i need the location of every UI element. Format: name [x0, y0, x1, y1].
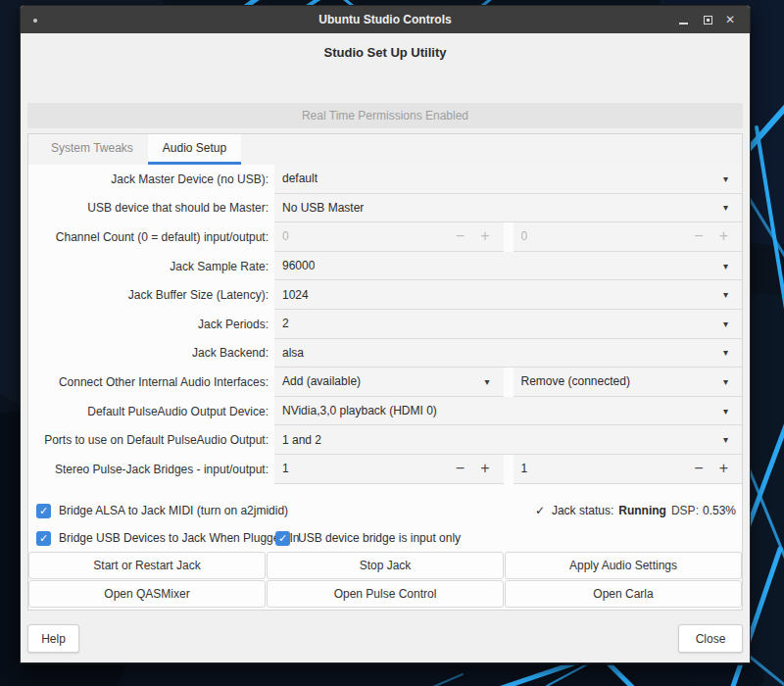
- minimize-button[interactable]: [673, 6, 693, 33]
- chevron-down-icon: ▾: [723, 202, 728, 213]
- jack-status-value: Running: [618, 504, 666, 517]
- field-label: Channel Count (0 = default) input/output…: [28, 222, 274, 252]
- jack-status: ✓ Jack status: Running DSP: 0.53%: [535, 497, 736, 524]
- checkbox-checked-icon: ✓: [36, 504, 51, 518]
- select-value: alsa: [282, 346, 304, 360]
- chevron-down-icon: ▾: [723, 376, 728, 387]
- field-label: Connect Other Internal Audio Interfaces:: [28, 368, 274, 397]
- increment-button[interactable]: +: [480, 461, 489, 476]
- minimize-icon: [679, 23, 688, 24]
- form-row: Connect Other Internal Audio Interfaces:…: [28, 368, 742, 397]
- form-row: Stereo Pulse-Jack Bridges - input/output…: [28, 455, 742, 484]
- checkbox-section: ✓ Bridge ALSA to Jack MIDI (turn on a2jm…: [28, 497, 742, 552]
- checkbox-checked-icon: ✓: [36, 531, 51, 546]
- decrement-button[interactable]: −: [456, 228, 465, 244]
- select-value: Add (available): [282, 374, 361, 388]
- remove-interface-select[interactable]: Remove (connected) ▾: [514, 368, 743, 397]
- chevron-down-icon: ▾: [723, 434, 728, 445]
- tab-system-tweaks[interactable]: System Tweaks: [36, 134, 148, 165]
- form-row: Jack Sample Rate: 96000 ▾: [28, 252, 742, 281]
- channel-count-output-spinner[interactable]: 0 − +: [514, 222, 743, 252]
- pulseaudio-output-device-select[interactable]: NVidia,3,0 playback (HDMI 0) ▾: [274, 397, 742, 426]
- field-label: Default PulseAudio Output Device:: [28, 397, 274, 426]
- chevron-down-icon: ▾: [723, 173, 728, 184]
- maximize-icon: [704, 16, 712, 24]
- field-label: USB device that should be Master:: [28, 194, 274, 223]
- usb-master-device-select[interactable]: No USB Master ▾: [274, 194, 742, 223]
- channel-count-input-spinner[interactable]: 0 − +: [274, 222, 504, 252]
- spinner-value: 0: [521, 229, 528, 243]
- spinner-value: 1: [521, 462, 528, 475]
- chevron-down-icon: ▾: [723, 347, 728, 358]
- form-row: Jack Buffer Size (Latency): 1024 ▾: [28, 280, 742, 310]
- maximize-button[interactable]: [698, 6, 717, 33]
- pulse-jack-bridges-output-spinner[interactable]: 1 − +: [514, 455, 743, 484]
- open-qasmixer-button[interactable]: Open QASMixer: [28, 580, 266, 608]
- dsp-value: 0.53%: [703, 504, 736, 517]
- increment-button[interactable]: +: [719, 461, 728, 476]
- select-value: 1024: [282, 288, 309, 302]
- increment-button[interactable]: +: [719, 228, 728, 244]
- action-button-grid: Start or Restart Jack Stop Jack Apply Au…: [28, 552, 742, 608]
- field-label: Stereo Pulse-Jack Bridges - input/output…: [28, 455, 274, 484]
- select-value: 1 and 2: [282, 433, 321, 447]
- apply-audio-settings-button[interactable]: Apply Audio Settings: [505, 552, 742, 579]
- chevron-down-icon: ▾: [723, 261, 728, 271]
- chevron-down-icon: ▾: [723, 289, 728, 300]
- field-label: Jack Sample Rate:: [28, 252, 274, 281]
- form-row: Jack Periods: 2 ▾: [28, 310, 742, 339]
- decrement-button[interactable]: −: [456, 461, 465, 476]
- checkbox-checked-icon: ✓: [275, 531, 290, 546]
- check-icon: ✓: [535, 504, 545, 517]
- jack-backend-select[interactable]: alsa ▾: [274, 339, 742, 368]
- chevron-down-icon: ▾: [484, 376, 489, 387]
- chevron-down-icon: ▾: [723, 318, 728, 329]
- jack-sample-rate-select[interactable]: 96000 ▾: [274, 252, 742, 281]
- add-interface-select[interactable]: Add (available) ▾: [274, 368, 504, 397]
- jack-buffer-size-select[interactable]: 1024 ▾: [274, 280, 742, 310]
- stop-jack-button[interactable]: Stop Jack: [267, 552, 504, 579]
- increment-button[interactable]: +: [480, 228, 489, 244]
- open-pulse-control-button[interactable]: Open Pulse Control: [267, 580, 504, 608]
- select-value: 96000: [282, 259, 315, 272]
- form-row: Channel Count (0 = default) input/output…: [28, 222, 742, 252]
- form-row: USB device that should be Master: No USB…: [28, 194, 742, 223]
- jack-periods-select[interactable]: 2 ▾: [274, 310, 742, 339]
- field-label: Jack Master Device (no USB):: [28, 165, 274, 194]
- close-button[interactable]: Close: [678, 624, 743, 653]
- chevron-down-icon: ▾: [723, 406, 728, 416]
- titlebar[interactable]: Ubuntu Studio Controls ✕: [21, 6, 750, 33]
- tab-audio-setup[interactable]: Audio Setup: [148, 134, 241, 165]
- jack-master-device-select[interactable]: default ▾: [274, 165, 742, 194]
- pulse-jack-bridges-input-spinner[interactable]: 1 − +: [274, 455, 504, 484]
- checkbox-usb-bridge-input-only[interactable]: ✓ USB device bridge is input only: [275, 524, 461, 552]
- realtime-permissions-banner: Real Time Permissions Enabled: [27, 103, 743, 128]
- audio-setup-form: Jack Master Device (no USB): default ▾ U…: [28, 165, 742, 484]
- tab-bar: System Tweaks Audio Setup: [28, 134, 742, 165]
- select-value: 2: [282, 317, 289, 330]
- decrement-button[interactable]: −: [694, 228, 703, 244]
- select-value: Remove (connected): [521, 374, 630, 388]
- field-label: Jack Periods:: [28, 310, 274, 339]
- start-restart-jack-button[interactable]: Start or Restart Jack: [28, 552, 266, 579]
- help-button[interactable]: Help: [27, 624, 79, 653]
- form-row: Jack Backend: alsa ▾: [28, 339, 742, 368]
- select-value: No USB Master: [282, 201, 364, 215]
- close-window-button[interactable]: ✕: [720, 6, 740, 33]
- select-value: NVidia,3,0 playback (HDMI 0): [282, 404, 437, 417]
- spinner-value: 1: [282, 462, 289, 475]
- form-row: Default PulseAudio Output Device: NVidia…: [28, 397, 742, 426]
- checkbox-bridge-alsa-midi[interactable]: ✓ Bridge ALSA to Jack MIDI (turn on a2jm…: [36, 497, 288, 524]
- tab-panel: System Tweaks Audio Setup Jack Master De…: [27, 133, 743, 611]
- field-label: Ports to use on Default PulseAudio Outpu…: [28, 425, 274, 455]
- open-carla-button[interactable]: Open Carla: [505, 580, 742, 608]
- decrement-button[interactable]: −: [694, 461, 703, 476]
- ubuntu-studio-controls-window: Ubuntu Studio Controls ✕ Studio Set Up U…: [20, 5, 751, 663]
- form-row: Ports to use on Default PulseAudio Outpu…: [28, 425, 742, 455]
- pulseaudio-output-ports-select[interactable]: 1 and 2 ▾: [274, 425, 742, 455]
- page-title: Studio Set Up Utility: [21, 45, 750, 60]
- field-label: Jack Buffer Size (Latency):: [28, 280, 274, 310]
- window-title: Ubuntu Studio Controls: [21, 6, 750, 33]
- spinner-value: 0: [282, 229, 289, 243]
- checkbox-bridge-usb-devices[interactable]: ✓ Bridge USB Devices to Jack When Plugge…: [36, 524, 299, 552]
